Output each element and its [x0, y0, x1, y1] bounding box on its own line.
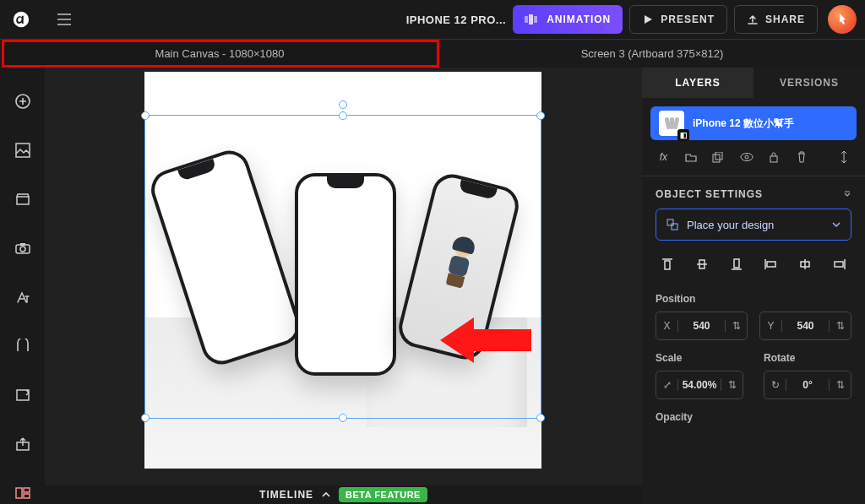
phone-left	[146, 145, 305, 369]
position-y-input[interactable]: Y 540 ⇅	[759, 312, 851, 340]
add-icon[interactable]	[13, 91, 33, 111]
design-preview	[440, 237, 480, 290]
svg-point-7	[20, 247, 25, 252]
scale-value: 54.00%	[678, 379, 721, 391]
y-tag: Y	[760, 320, 782, 332]
folder-icon[interactable]	[685, 152, 698, 162]
scale-input[interactable]: ⤢ 54.00% ⇅	[656, 371, 743, 399]
y-value: 540	[782, 320, 829, 332]
rotate-icon: ↻	[764, 379, 786, 391]
reorder-icon[interactable]	[839, 150, 851, 164]
svg-rect-11	[16, 488, 22, 498]
pointer-icon	[835, 12, 850, 27]
layer-name: iPhone 12 數位小幫手	[693, 117, 794, 131]
animation-button[interactable]: ANIMATION	[513, 5, 623, 34]
svg-rect-1	[529, 14, 533, 24]
share-label: SHARE	[765, 14, 805, 25]
layer-item[interactable]: ◧ iPhone 12 數位小幫手	[650, 106, 857, 140]
svg-point-18	[745, 155, 748, 159]
position-x-input[interactable]: X 540 ⇅	[656, 312, 748, 340]
svg-rect-12	[24, 488, 30, 492]
canvas-area[interactable]	[45, 68, 642, 485]
rotate-label: Rotate	[764, 352, 851, 364]
share-icon	[747, 14, 759, 25]
effects-icon[interactable]: fx	[657, 151, 670, 163]
present-label: PRESENT	[661, 14, 715, 25]
store-icon[interactable]	[13, 189, 33, 209]
smart-object-icon: ◧	[677, 129, 689, 141]
project-title[interactable]: IPHONE 12 PRO...	[406, 14, 507, 26]
x-tag: X	[656, 320, 678, 332]
replace-icon	[666, 219, 678, 230]
canvas-stage[interactable]	[144, 72, 541, 469]
collapse-icon[interactable]	[843, 190, 851, 198]
stepper-icon[interactable]: ⇅	[829, 379, 851, 391]
layer-tools: fx	[642, 145, 865, 176]
svg-rect-20	[667, 219, 673, 225]
present-button[interactable]: PRESENT	[629, 5, 727, 34]
x-value: 540	[678, 320, 725, 332]
right-panel-tabs: LAYERS VERSIONS	[642, 68, 865, 98]
tab-versions[interactable]: VERSIONS	[753, 68, 865, 98]
duplicate-icon[interactable]	[712, 152, 725, 163]
share-button[interactable]: SHARE	[734, 5, 818, 34]
rotate-input[interactable]: ↻ 0° ⇅	[764, 371, 851, 399]
svg-point-17	[741, 154, 753, 161]
timeline-label: TIMELINE	[259, 489, 313, 501]
scale-icon: ⤢	[656, 379, 678, 391]
scale-block: Scale ⤢ 54.00% ⇅	[656, 352, 743, 399]
tab-screen-label: Screen 3 (Artboard 375×812)	[581, 47, 724, 60]
animation-icon	[525, 14, 540, 25]
svg-rect-19	[770, 156, 777, 162]
stepper-icon[interactable]: ⇅	[725, 320, 747, 332]
export-icon[interactable]	[13, 385, 33, 405]
layer-thumbnail: ◧	[659, 111, 684, 136]
animation-label: ANIMATION	[547, 14, 611, 25]
text-icon[interactable]	[13, 287, 33, 307]
stepper-icon[interactable]: ⇅	[721, 379, 743, 391]
position-block: Position X 540 ⇅ Y 540 ⇅	[642, 285, 865, 340]
chevron-up-icon	[322, 491, 330, 498]
tab-main-canvas[interactable]: Main Canvas - 1080×1080	[0, 40, 439, 68]
place-design-button[interactable]: Place your design	[656, 209, 851, 241]
delete-icon[interactable]	[797, 151, 809, 163]
align-vcenter-icon[interactable]	[690, 252, 714, 276]
beta-badge: BETA FEATURE	[339, 487, 427, 502]
shape-icon[interactable]	[13, 336, 33, 356]
image-icon[interactable]	[13, 140, 33, 160]
canvas-tabs: Main Canvas - 1080×1080 Screen 3 (Artboa…	[0, 40, 865, 68]
rotate-value: 0°	[786, 379, 829, 391]
opacity-block: Opacity	[642, 399, 865, 423]
lock-icon[interactable]	[769, 151, 781, 163]
chevron-down-icon	[832, 221, 841, 228]
svg-marker-3	[645, 15, 652, 24]
tab-main-label: Main Canvas - 1080×1080	[155, 47, 285, 60]
align-hcenter-icon[interactable]	[793, 252, 817, 276]
svg-rect-13	[24, 494, 30, 498]
align-left-icon[interactable]	[759, 252, 782, 276]
menu-button[interactable]	[54, 9, 74, 30]
svg-rect-15	[713, 154, 720, 162]
tab-layers[interactable]: LAYERS	[642, 68, 753, 98]
place-design-label: Place your design	[687, 219, 774, 231]
templates-icon[interactable]	[13, 483, 33, 503]
stepper-icon[interactable]: ⇅	[829, 320, 851, 332]
mockup-image[interactable]	[144, 72, 541, 469]
visibility-icon[interactable]	[740, 152, 753, 162]
align-top-icon[interactable]	[656, 252, 679, 276]
svg-rect-0	[525, 16, 528, 23]
tab-screen-3[interactable]: Screen 3 (Artboard 375×812)	[439, 40, 865, 68]
camera-icon[interactable]	[13, 238, 33, 258]
scale-label: Scale	[656, 352, 743, 364]
align-tools	[642, 252, 865, 285]
svg-rect-8	[20, 243, 25, 246]
user-avatar[interactable]	[828, 5, 857, 34]
align-bottom-icon[interactable]	[725, 252, 748, 276]
object-settings-header[interactable]: OBJECT SETTINGS	[642, 176, 865, 209]
svg-rect-16	[715, 152, 722, 160]
align-right-icon[interactable]	[828, 252, 851, 276]
upload-icon[interactable]	[13, 434, 33, 454]
app-logo[interactable]	[8, 7, 34, 32]
timeline-bar[interactable]: TIMELINE BETA FEATURE	[45, 485, 642, 504]
svg-rect-2	[534, 16, 537, 23]
